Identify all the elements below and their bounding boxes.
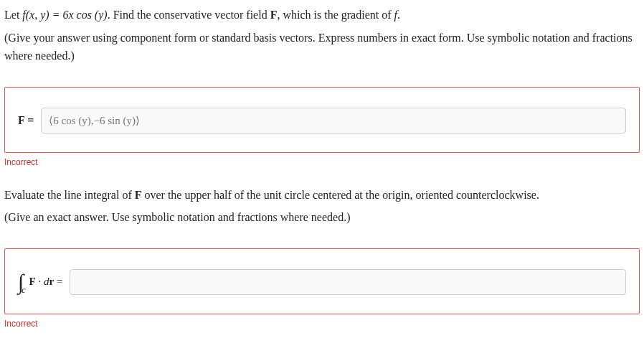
answer1-box: F = [4,87,640,153]
question1-line1: Let f(x, y) = 6x cos (y). Find the conse… [4,6,640,24]
answer2-label: ∫c F · dr = [18,270,62,294]
answer1-label: F = [18,114,34,127]
answer2-box: ∫c F · dr = [4,248,640,314]
answer2-input[interactable] [70,269,626,295]
question1-line2: (Give your answer using component form o… [4,29,640,65]
q2-text-post: over the upper half of the unit circle c… [141,189,539,201]
integrand: F · dr = [29,276,63,288]
q1-text-pre: Let [4,9,22,21]
integrand-dot: · [36,276,44,287]
answer1-status: Incorrect [4,157,640,167]
q1-function: f(x, y) = 6x cos (y) [22,9,107,21]
answer1-input[interactable] [41,108,626,133]
question1-text: Let f(x, y) = 6x cos (y). Find the conse… [4,6,640,65]
integrand-eq: = [54,276,62,287]
question2-line1: Evaluate the line integral of F over the… [4,186,640,205]
question2-line2: (Give an exact answer. Use symbolic nota… [4,208,640,227]
q2-text-pre: Evaluate the line integral of [4,189,135,201]
q1-vector-F: F [270,9,278,21]
integral-subscript: c [22,285,25,296]
question2-text: Evaluate the line integral of F over the… [4,186,640,227]
q1-period: . [397,9,400,21]
q1-text-end: , which is the gradient of [277,9,394,21]
q1-text-post: . Find the conservative vector field [108,9,270,21]
integrand-F: F [29,276,36,287]
answer2-status: Incorrect [4,319,640,329]
